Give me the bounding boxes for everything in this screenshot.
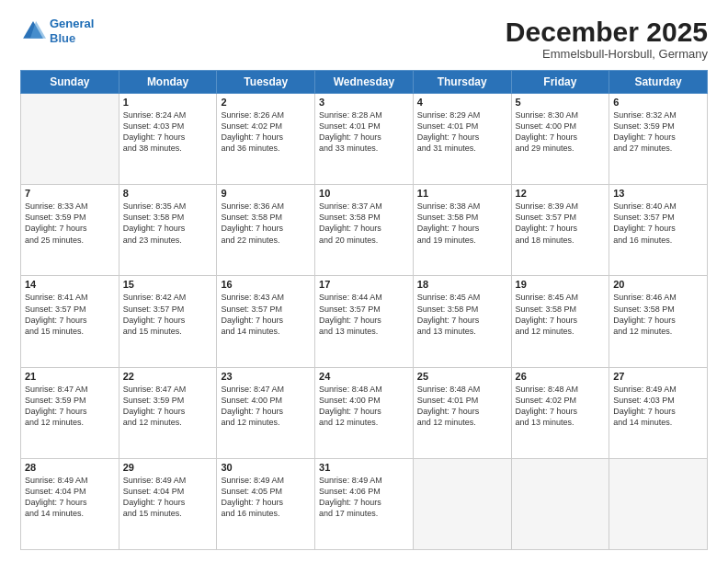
day-number: 17 bbox=[319, 279, 409, 290]
day-info: Sunrise: 8:32 AM Sunset: 3:59 PM Dayligh… bbox=[613, 109, 703, 155]
calendar-cell bbox=[609, 458, 708, 549]
calendar-week-0: 1Sunrise: 8:24 AM Sunset: 4:03 PM Daylig… bbox=[21, 94, 708, 185]
logo: General Blue bbox=[20, 17, 94, 45]
calendar-cell: 24Sunrise: 8:48 AM Sunset: 4:00 PM Dayli… bbox=[315, 367, 414, 458]
day-info: Sunrise: 8:28 AM Sunset: 4:01 PM Dayligh… bbox=[319, 109, 409, 155]
calendar-cell bbox=[413, 458, 511, 549]
day-info: Sunrise: 8:47 AM Sunset: 4:00 PM Dayligh… bbox=[221, 384, 311, 429]
day-number: 8 bbox=[123, 188, 213, 199]
col-friday: Friday bbox=[511, 71, 609, 94]
day-info: Sunrise: 8:48 AM Sunset: 4:02 PM Dayligh… bbox=[516, 384, 606, 429]
day-number: 4 bbox=[417, 97, 507, 108]
day-number: 22 bbox=[123, 371, 213, 382]
calendar-header-row: Sunday Monday Tuesday Wednesday Thursday… bbox=[21, 71, 708, 94]
day-number: 24 bbox=[319, 371, 409, 382]
logo-text: General Blue bbox=[50, 17, 94, 45]
day-number: 1 bbox=[123, 97, 213, 108]
day-info: Sunrise: 8:44 AM Sunset: 3:57 PM Dayligh… bbox=[319, 292, 409, 337]
day-info: Sunrise: 8:39 AM Sunset: 3:57 PM Dayligh… bbox=[516, 201, 606, 246]
calendar-cell: 7Sunrise: 8:33 AM Sunset: 3:59 PM Daylig… bbox=[21, 185, 119, 276]
day-number: 18 bbox=[417, 279, 507, 290]
calendar-cell: 19Sunrise: 8:45 AM Sunset: 3:58 PM Dayli… bbox=[511, 276, 609, 367]
day-number: 7 bbox=[25, 188, 115, 199]
subtitle: Emmelsbull-Horsbull, Germany bbox=[506, 47, 708, 61]
day-number: 26 bbox=[516, 371, 606, 382]
calendar-cell: 6Sunrise: 8:32 AM Sunset: 3:59 PM Daylig… bbox=[609, 94, 708, 185]
calendar-cell: 27Sunrise: 8:49 AM Sunset: 4:03 PM Dayli… bbox=[609, 367, 708, 458]
calendar-cell: 10Sunrise: 8:37 AM Sunset: 3:58 PM Dayli… bbox=[315, 185, 414, 276]
calendar-cell: 1Sunrise: 8:24 AM Sunset: 4:03 PM Daylig… bbox=[119, 94, 217, 185]
day-number: 10 bbox=[319, 188, 409, 199]
calendar-cell: 31Sunrise: 8:49 AM Sunset: 4:06 PM Dayli… bbox=[315, 458, 414, 549]
day-info: Sunrise: 8:49 AM Sunset: 4:03 PM Dayligh… bbox=[613, 384, 703, 429]
calendar-cell bbox=[21, 94, 119, 185]
calendar-cell: 12Sunrise: 8:39 AM Sunset: 3:57 PM Dayli… bbox=[511, 185, 609, 276]
calendar-cell: 11Sunrise: 8:38 AM Sunset: 3:58 PM Dayli… bbox=[413, 185, 511, 276]
day-number: 28 bbox=[25, 462, 115, 473]
day-info: Sunrise: 8:45 AM Sunset: 3:58 PM Dayligh… bbox=[516, 292, 606, 337]
calendar-cell: 29Sunrise: 8:49 AM Sunset: 4:04 PM Dayli… bbox=[119, 458, 217, 549]
page: General Blue December 2025 Emmelsbull-Ho… bbox=[0, 0, 728, 563]
title-block: December 2025 Emmelsbull-Horsbull, Germa… bbox=[506, 17, 708, 61]
day-number: 16 bbox=[221, 279, 311, 290]
col-tuesday: Tuesday bbox=[217, 71, 315, 94]
day-number: 9 bbox=[221, 188, 311, 199]
col-wednesday: Wednesday bbox=[315, 71, 414, 94]
calendar-cell: 20Sunrise: 8:46 AM Sunset: 3:58 PM Dayli… bbox=[609, 276, 708, 367]
day-number: 19 bbox=[516, 279, 606, 290]
calendar-week-3: 21Sunrise: 8:47 AM Sunset: 3:59 PM Dayli… bbox=[21, 367, 708, 458]
day-info: Sunrise: 8:35 AM Sunset: 3:58 PM Dayligh… bbox=[123, 201, 213, 246]
logo-line1: General bbox=[50, 17, 94, 30]
day-info: Sunrise: 8:47 AM Sunset: 3:59 PM Dayligh… bbox=[123, 384, 213, 429]
day-info: Sunrise: 8:49 AM Sunset: 4:04 PM Dayligh… bbox=[123, 475, 213, 520]
calendar-cell: 16Sunrise: 8:43 AM Sunset: 3:57 PM Dayli… bbox=[217, 276, 315, 367]
day-info: Sunrise: 8:24 AM Sunset: 4:03 PM Dayligh… bbox=[123, 109, 213, 155]
day-info: Sunrise: 8:33 AM Sunset: 3:59 PM Dayligh… bbox=[25, 201, 115, 246]
day-info: Sunrise: 8:49 AM Sunset: 4:04 PM Dayligh… bbox=[25, 475, 115, 520]
calendar-week-4: 28Sunrise: 8:49 AM Sunset: 4:04 PM Dayli… bbox=[21, 458, 708, 549]
calendar-cell bbox=[511, 458, 609, 549]
calendar-cell: 4Sunrise: 8:29 AM Sunset: 4:01 PM Daylig… bbox=[413, 94, 511, 185]
calendar-cell: 23Sunrise: 8:47 AM Sunset: 4:00 PM Dayli… bbox=[217, 367, 315, 458]
day-number: 27 bbox=[613, 371, 703, 382]
col-monday: Monday bbox=[119, 71, 217, 94]
day-info: Sunrise: 8:49 AM Sunset: 4:06 PM Dayligh… bbox=[319, 475, 409, 520]
calendar-cell: 30Sunrise: 8:49 AM Sunset: 4:05 PM Dayli… bbox=[217, 458, 315, 549]
day-info: Sunrise: 8:49 AM Sunset: 4:05 PM Dayligh… bbox=[221, 475, 311, 520]
day-number: 30 bbox=[221, 462, 311, 473]
calendar-week-2: 14Sunrise: 8:41 AM Sunset: 3:57 PM Dayli… bbox=[21, 276, 708, 367]
month-title: December 2025 bbox=[506, 17, 708, 47]
day-number: 14 bbox=[25, 279, 115, 290]
calendar-cell: 15Sunrise: 8:42 AM Sunset: 3:57 PM Dayli… bbox=[119, 276, 217, 367]
day-info: Sunrise: 8:36 AM Sunset: 3:58 PM Dayligh… bbox=[221, 201, 311, 246]
day-number: 15 bbox=[123, 279, 213, 290]
day-number: 3 bbox=[319, 97, 409, 108]
calendar: Sunday Monday Tuesday Wednesday Thursday… bbox=[20, 70, 708, 550]
day-info: Sunrise: 8:43 AM Sunset: 3:57 PM Dayligh… bbox=[221, 292, 311, 337]
calendar-cell: 2Sunrise: 8:26 AM Sunset: 4:02 PM Daylig… bbox=[217, 94, 315, 185]
day-info: Sunrise: 8:48 AM Sunset: 4:00 PM Dayligh… bbox=[319, 384, 409, 429]
day-number: 2 bbox=[221, 97, 311, 108]
calendar-cell: 18Sunrise: 8:45 AM Sunset: 3:58 PM Dayli… bbox=[413, 276, 511, 367]
day-info: Sunrise: 8:42 AM Sunset: 3:57 PM Dayligh… bbox=[123, 292, 213, 337]
day-info: Sunrise: 8:40 AM Sunset: 3:57 PM Dayligh… bbox=[613, 201, 703, 246]
calendar-cell: 13Sunrise: 8:40 AM Sunset: 3:57 PM Dayli… bbox=[609, 185, 708, 276]
day-info: Sunrise: 8:38 AM Sunset: 3:58 PM Dayligh… bbox=[417, 201, 507, 246]
calendar-cell: 17Sunrise: 8:44 AM Sunset: 3:57 PM Dayli… bbox=[315, 276, 414, 367]
calendar-cell: 5Sunrise: 8:30 AM Sunset: 4:00 PM Daylig… bbox=[511, 94, 609, 185]
day-info: Sunrise: 8:26 AM Sunset: 4:02 PM Dayligh… bbox=[221, 109, 311, 155]
calendar-cell: 25Sunrise: 8:48 AM Sunset: 4:01 PM Dayli… bbox=[413, 367, 511, 458]
day-number: 11 bbox=[417, 188, 507, 199]
calendar-cell: 9Sunrise: 8:36 AM Sunset: 3:58 PM Daylig… bbox=[217, 185, 315, 276]
day-number: 21 bbox=[25, 371, 115, 382]
header: General Blue December 2025 Emmelsbull-Ho… bbox=[20, 17, 708, 61]
col-saturday: Saturday bbox=[609, 71, 708, 94]
day-info: Sunrise: 8:48 AM Sunset: 4:01 PM Dayligh… bbox=[417, 384, 507, 429]
calendar-cell: 22Sunrise: 8:47 AM Sunset: 3:59 PM Dayli… bbox=[119, 367, 217, 458]
day-number: 20 bbox=[613, 279, 703, 290]
day-info: Sunrise: 8:29 AM Sunset: 4:01 PM Dayligh… bbox=[417, 109, 507, 155]
day-number: 13 bbox=[613, 188, 703, 199]
day-info: Sunrise: 8:41 AM Sunset: 3:57 PM Dayligh… bbox=[25, 292, 115, 337]
logo-icon bbox=[20, 18, 46, 44]
day-info: Sunrise: 8:30 AM Sunset: 4:00 PM Dayligh… bbox=[516, 109, 606, 155]
